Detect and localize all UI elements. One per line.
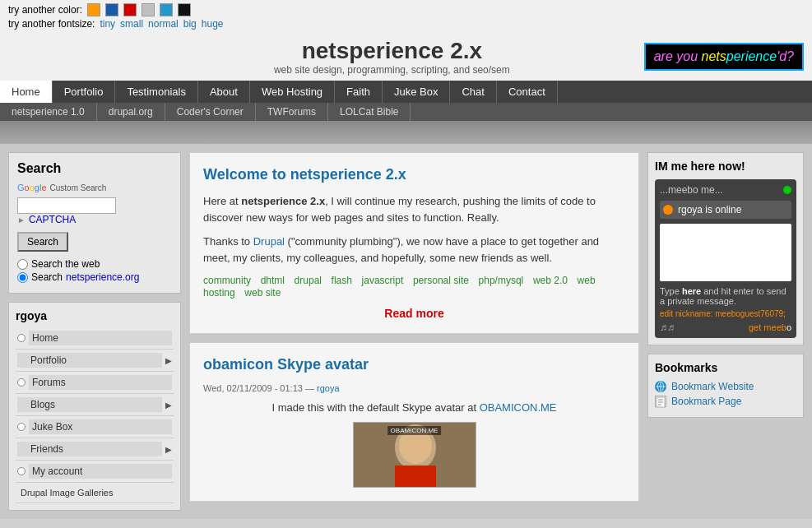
meebo-message-area[interactable]	[660, 224, 791, 281]
list-item: Forums	[16, 372, 174, 394]
get-meebo-link[interactable]: get meebo	[749, 322, 791, 332]
bookmark-page: Bookmark Page	[655, 396, 796, 407]
tag-drupal[interactable]: drupal	[295, 275, 322, 286]
im-box-heading: IM me here now!	[655, 160, 796, 173]
meebo-nickname-val: meeboguest76079;	[715, 309, 786, 318]
subnav-coderscorner[interactable]: Coder's Corner	[165, 103, 256, 121]
bookmarks-heading: Bookmarks	[655, 361, 796, 374]
subnav-netsperience10[interactable]: netsperience 1.0	[0, 103, 97, 121]
nav-arrow-icon: ▶	[165, 401, 172, 410]
nav-menu-heading: rgoya	[16, 309, 174, 322]
sub-nav: netsperience 1.0 drupal.org Coder's Corn…	[0, 103, 812, 121]
radio-site[interactable]	[17, 272, 28, 283]
tag-flash[interactable]: flash	[332, 275, 352, 286]
nav-chat[interactable]: Chat	[450, 81, 496, 103]
custom-search-label: Custom Search	[50, 183, 107, 192]
color-swatch-cyan[interactable]	[160, 3, 173, 16]
color-swatch-black[interactable]	[178, 3, 191, 16]
nav-menu-list: Home Portfolio ▶ Forums	[16, 327, 174, 503]
fontsize-small[interactable]: small	[120, 18, 143, 30]
site-title: netsperience 2.x	[140, 38, 644, 64]
radio-web[interactable]	[17, 259, 28, 270]
nav-galleries-label: Drupal Image Galleries	[17, 486, 172, 499]
read-more-link[interactable]: Read more	[203, 307, 625, 320]
color-swatch-red[interactable]	[123, 3, 137, 16]
subnav-lolcat[interactable]: LOLCat Bible	[328, 103, 411, 121]
tag-dhtml[interactable]: dhtml	[261, 275, 285, 286]
meebo-user-row: rgoya is online	[660, 201, 791, 219]
fontsize-big[interactable]: big	[183, 18, 197, 30]
page-icon	[655, 396, 666, 407]
nav-portfolio-label: Portfolio	[17, 353, 162, 368]
article-obamicon-title[interactable]: obamicon Skype avatar	[203, 356, 625, 373]
color-label: try another color:	[8, 4, 82, 16]
list-item: Drupal Image Galleries	[16, 483, 174, 503]
search-input[interactable]	[17, 197, 116, 214]
tag-website[interactable]: web site	[244, 287, 281, 299]
article-author[interactable]: rgoya	[317, 383, 340, 393]
bookmark-website-link[interactable]: Bookmark Website	[671, 381, 754, 392]
nav-home-item[interactable]: Home	[16, 327, 174, 349]
logo-text-1: are you	[654, 49, 702, 63]
meebo-hint-pre: Type	[660, 286, 682, 296]
fontsize-tiny[interactable]: tiny	[100, 18, 115, 30]
nav-blogs-label: Blogs	[17, 397, 162, 412]
nav-friends-item[interactable]: Friends ▶	[16, 438, 174, 460]
article-date-text: Wed, 02/11/2009 - 01:13	[203, 383, 303, 393]
article-welcome-body1: Here at netsperience 2.x, I will continu…	[203, 193, 625, 225]
bookmark-website: Bookmark Website	[655, 381, 796, 392]
nav-portfolio[interactable]: Portfolio	[53, 81, 116, 103]
color-swatch-gray[interactable]	[142, 3, 155, 16]
subnav-twforums[interactable]: TWForums	[256, 103, 328, 121]
captcha-row: ► CAPTCHA	[17, 214, 172, 225]
logo-text-4: 'd?	[777, 49, 794, 63]
tag-personal-site[interactable]: personal site	[413, 275, 469, 286]
nav-friends-label: Friends	[17, 442, 162, 456]
nav-about[interactable]: About	[198, 81, 250, 103]
drupal-link[interactable]: Drupal	[253, 235, 285, 248]
color-swatch-orange[interactable]	[87, 3, 100, 16]
logo-area: are you netsperience'd?	[644, 43, 804, 71]
nav-myaccount-item[interactable]: My account	[16, 461, 174, 482]
list-item: Home	[16, 327, 174, 350]
tag-web2[interactable]: web 2.0	[533, 275, 568, 286]
fontsize-normal[interactable]: normal	[148, 18, 179, 30]
nav-contact[interactable]: Contact	[497, 81, 558, 103]
meebo-nickname: edit nickname: meeboguest76079;	[660, 309, 791, 318]
nav-portfolio-item[interactable]: Portfolio ▶	[16, 350, 174, 371]
search-button[interactable]: Search	[17, 232, 68, 252]
bookmark-page-link[interactable]: Bookmark Page	[671, 396, 741, 407]
obamicon-link[interactable]: OBAMICON.ME	[480, 401, 557, 414]
color-swatch-blue[interactable]	[105, 3, 118, 16]
fontsize-label: try another fontsize:	[8, 18, 95, 30]
nav-jukebox[interactable]: Juke Box	[383, 81, 450, 103]
logo-text-3: perience	[726, 49, 777, 63]
nav-faith[interactable]: Faith	[335, 81, 383, 103]
nav-forums-item[interactable]: Forums	[16, 372, 174, 393]
meebo-header: ...meebo me...	[660, 184, 791, 196]
nav-blogs-item[interactable]: Blogs ▶	[16, 394, 174, 415]
nav-webhosting[interactable]: Web Hosting	[250, 81, 335, 103]
fontsize-huge[interactable]: huge	[202, 18, 224, 30]
banner	[0, 121, 812, 144]
content-wrapper: Search Google Custom Search ► CAPTCHA Se…	[0, 144, 812, 519]
tag-community[interactable]: community	[203, 275, 251, 286]
radio-site-prefix: Search	[31, 271, 63, 283]
meebo-sound-icon[interactable]: ♬♬	[660, 322, 675, 333]
captcha-label[interactable]: CAPTCHA	[29, 214, 76, 225]
meebo-input-hint: Type here and hit enter to send a privat…	[660, 286, 791, 306]
nav-jukebox-item[interactable]: Juke Box	[16, 416, 174, 438]
globe-svg	[655, 381, 666, 392]
globe-icon	[655, 381, 666, 392]
nav-menu: rgoya Home Portfolio ▶	[8, 302, 181, 511]
radio-site-link[interactable]: netsperience.org	[66, 271, 139, 283]
nav-home[interactable]: Home	[0, 81, 53, 103]
nav-galleries-item[interactable]: Drupal Image Galleries	[16, 483, 174, 503]
tag-phpmysql[interactable]: php/mysql	[479, 275, 524, 286]
list-item: Friends ▶	[16, 438, 174, 461]
nav-testimonials[interactable]: Testimonials	[115, 81, 198, 103]
nav-circle-icon	[17, 467, 26, 475]
subnav-drupal[interactable]: drupal.org	[97, 103, 165, 121]
nav-forums-label: Forums	[29, 375, 172, 390]
tag-javascript[interactable]: javascript	[362, 275, 404, 286]
